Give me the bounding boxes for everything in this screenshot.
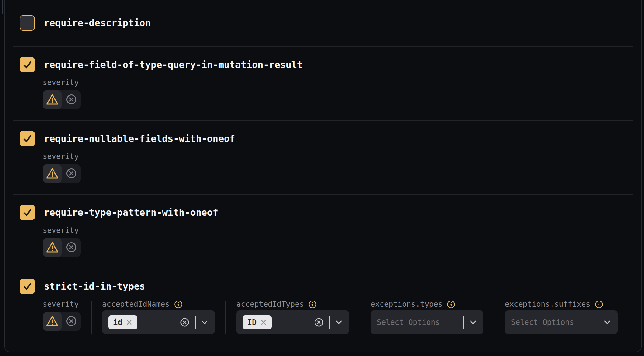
severity-off-button[interactable]	[62, 238, 81, 257]
circle-x-icon	[66, 315, 77, 328]
options-column-divider	[360, 301, 360, 334]
rule-options-row: severityacceptedIdNamesidacceptedIdTypes…	[43, 300, 633, 334]
circle-x-icon	[66, 94, 77, 106]
rule-checkbox[interactable]	[20, 279, 35, 294]
check-icon	[22, 133, 33, 144]
info-icon[interactable]	[447, 300, 455, 309]
scrollbar-thumb[interactable]	[2, 0, 3, 14]
tag-label: ID	[247, 318, 257, 327]
dropdown-separator	[329, 316, 330, 329]
rule-options-row: severity	[43, 226, 633, 257]
multiselect-input[interactable]: ID	[236, 310, 349, 334]
rule-options-row: severity	[43, 152, 633, 183]
circle-x-icon	[66, 242, 77, 254]
rules-list: require-descriptionrequire-field-of-type…	[13, 5, 633, 356]
severity-warn-button[interactable]	[43, 238, 62, 257]
rule-checkbox[interactable]	[20, 15, 35, 31]
info-icon[interactable]	[174, 300, 182, 309]
severity-option-column: severity	[43, 78, 81, 109]
warning-icon	[46, 167, 59, 180]
severity-off-button[interactable]	[62, 164, 81, 183]
chevron-down-icon[interactable]	[470, 320, 476, 325]
options-column-divider	[91, 301, 92, 334]
severity-option-column: severity	[43, 152, 81, 183]
severity-toggle	[43, 312, 81, 331]
rule-row: require-type-pattern-with-oneofseverity	[13, 194, 633, 268]
options-column-divider	[494, 301, 494, 334]
severity-warn-button[interactable]	[43, 164, 62, 183]
rule-name: strict-id-in-types	[44, 281, 145, 292]
select-placeholder: Select Options	[511, 318, 574, 327]
severity-toggle	[43, 238, 81, 257]
rule-checkbox[interactable]	[20, 131, 35, 146]
chevron-down-icon[interactable]	[201, 320, 208, 325]
rule-checkbox[interactable]	[20, 205, 35, 220]
severity-off-button[interactable]	[62, 90, 81, 109]
rules-panel: require-descriptionrequire-field-of-type…	[4, 0, 642, 352]
multiselect-input[interactable]: Select Options	[371, 310, 483, 334]
rule-row: require-field-of-type-query-in-mutation-…	[13, 46, 633, 120]
severity-label: severity	[43, 226, 79, 235]
select-placeholder: Select Options	[377, 318, 440, 327]
severity-warn-button[interactable]	[43, 312, 62, 331]
remove-tag-icon[interactable]	[126, 319, 133, 326]
rule-options-row: severity	[43, 78, 633, 109]
clear-selection-icon[interactable]	[180, 318, 189, 327]
rule-name: require-nullable-fields-with-oneof	[44, 133, 235, 144]
severity-off-button[interactable]	[62, 312, 81, 331]
check-icon	[22, 281, 33, 292]
rule-row: strict-id-in-typesseverityacceptedIdName…	[13, 268, 633, 356]
severity-toggle	[43, 164, 81, 183]
rule-name: require-type-pattern-with-oneof	[44, 207, 218, 218]
option-label: exceptions.types	[371, 300, 443, 309]
rule-checkbox[interactable]	[20, 57, 35, 72]
check-icon	[22, 60, 33, 70]
severity-warn-button[interactable]	[43, 90, 62, 109]
info-icon[interactable]	[308, 300, 317, 309]
info-icon[interactable]	[595, 300, 603, 309]
circle-x-icon	[66, 168, 77, 180]
rule-option-column: exceptions.typesSelect Options	[371, 300, 483, 334]
rule-name: require-field-of-type-query-in-mutation-…	[44, 59, 303, 70]
severity-label: severity	[43, 300, 79, 309]
selected-tag: ID	[243, 315, 272, 329]
warning-icon	[46, 315, 59, 328]
severity-option-column: severity	[43, 226, 81, 257]
multiselect-input[interactable]: id	[102, 310, 215, 334]
chevron-down-icon[interactable]	[335, 320, 342, 325]
rule-option-column: acceptedIdNamesid	[102, 300, 215, 334]
severity-option-column: severity	[43, 300, 81, 334]
warning-icon	[46, 241, 59, 254]
option-label: acceptedIdTypes	[236, 300, 304, 309]
tag-label: id	[113, 318, 122, 327]
dropdown-separator	[195, 316, 196, 329]
dropdown-separator	[598, 316, 598, 329]
rule-row: require-nullable-fields-with-oneofseveri…	[13, 120, 633, 194]
warning-icon	[46, 94, 59, 106]
rule-row: require-description	[13, 5, 633, 46]
dropdown-separator	[463, 316, 464, 329]
check-icon	[22, 207, 33, 218]
rule-option-column: acceptedIdTypesID	[236, 300, 349, 334]
clear-selection-icon[interactable]	[314, 318, 324, 327]
selected-tag: id	[108, 315, 137, 329]
severity-label: severity	[43, 78, 79, 87]
severity-label: severity	[43, 152, 79, 161]
rule-name: require-description	[44, 17, 151, 28]
severity-toggle	[43, 90, 81, 109]
option-label: exceptions.suffixes	[505, 300, 590, 309]
chevron-down-icon[interactable]	[604, 320, 611, 325]
options-column-divider	[225, 301, 226, 334]
remove-tag-icon[interactable]	[260, 319, 267, 326]
option-label: acceptedIdNames	[102, 300, 170, 309]
rule-option-column: exceptions.suffixesSelect Options	[505, 300, 618, 334]
multiselect-input[interactable]: Select Options	[505, 310, 618, 334]
